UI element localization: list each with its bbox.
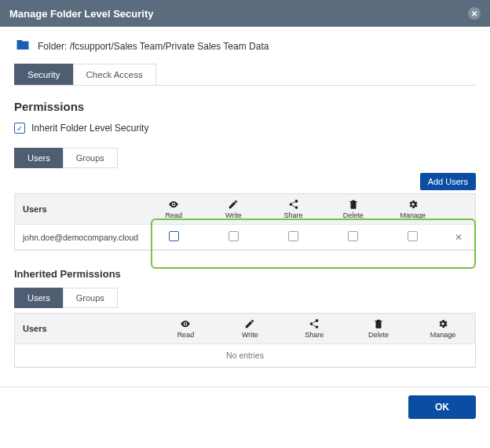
gear-icon — [388, 199, 438, 210]
inherited-subtab-groups[interactable]: Groups — [63, 288, 118, 308]
ok-button[interactable]: OK — [408, 395, 476, 419]
folder-path-row: Folder: /fcsupport/Sales Team/Private Sa… — [14, 38, 476, 54]
col-write: Write — [225, 211, 242, 219]
tab-check-access[interactable]: Check Access — [73, 64, 156, 85]
share-checkbox[interactable] — [288, 231, 298, 241]
permissions-table-wrap: Users Read Write Share — [14, 193, 476, 251]
close-icon[interactable]: ✕ — [468, 7, 481, 20]
inherited-permissions-table: Users Read Write Share Delete Manage No … — [15, 314, 475, 367]
delete-checkbox[interactable] — [348, 231, 358, 241]
eye-icon — [148, 199, 199, 210]
inherited-heading: Inherited Permissions — [14, 268, 476, 280]
remove-row-icon[interactable]: ✕ — [455, 232, 463, 243]
col-manage: Manage — [400, 211, 426, 219]
inherit-checkbox[interactable]: ✓ — [14, 123, 25, 134]
permissions-table: Users Read Write Share — [15, 194, 475, 250]
dialog-title: Manage Folder Level Security — [9, 8, 154, 20]
table-row: john.doe@democompany.cloud ✕ — [15, 225, 475, 250]
svg-point-0 — [173, 204, 174, 205]
share-icon — [287, 318, 342, 329]
eye-icon — [158, 318, 213, 329]
inherited-subtabs: Users Groups — [14, 288, 476, 308]
inherit-row[interactable]: ✓ Inherit Folder Level Security — [14, 123, 476, 134]
dialog-footer: OK — [0, 387, 490, 430]
inh-col-delete: Delete — [368, 331, 389, 339]
col-read: Read — [165, 211, 182, 219]
col-users: Users — [15, 194, 144, 225]
trash-icon — [328, 199, 378, 210]
subtab-groups[interactable]: Groups — [63, 148, 118, 168]
inh-col-users: Users — [15, 314, 153, 344]
tab-security[interactable]: Security — [14, 64, 74, 85]
folder-path: /fcsupport/Sales Team/Private Sales Team… — [70, 41, 269, 52]
write-checkbox[interactable] — [229, 231, 239, 241]
user-cell: john.doe@democompany.cloud — [15, 225, 144, 250]
col-share: Share — [283, 211, 302, 219]
titlebar: Manage Folder Level Security ✕ — [0, 0, 490, 27]
add-users-button[interactable]: Add Users — [420, 173, 476, 190]
pencil-icon — [208, 199, 258, 210]
read-checkbox[interactable] — [169, 231, 179, 241]
dialog-body: Folder: /fcsupport/Sales Team/Private Sa… — [0, 27, 490, 376]
inh-col-manage: Manage — [430, 331, 456, 339]
inherit-label: Inherit Folder Level Security — [31, 123, 148, 134]
permissions-heading: Permissions — [14, 100, 476, 113]
gear-icon — [415, 318, 470, 329]
trash-icon — [351, 318, 406, 329]
top-tabs: Security Check Access — [14, 64, 476, 86]
inherited-table-wrap: Users Read Write Share Delete Manage No … — [14, 313, 476, 368]
svg-point-1 — [185, 323, 186, 325]
pencil-icon — [222, 318, 277, 329]
manage-checkbox[interactable] — [408, 231, 418, 241]
subtab-users[interactable]: Users — [14, 148, 64, 168]
inh-col-write: Write — [242, 331, 258, 339]
inherited-subtab-users[interactable]: Users — [14, 288, 64, 308]
inh-col-share: Share — [305, 331, 324, 339]
folder-label: Folder: — [38, 41, 67, 52]
share-icon — [268, 199, 318, 210]
inh-col-read: Read — [177, 331, 195, 339]
perm-subtabs: Users Groups — [14, 148, 476, 168]
no-entries-text: No entries — [15, 344, 475, 367]
col-delete: Delete — [343, 211, 364, 219]
folder-icon — [14, 38, 31, 54]
